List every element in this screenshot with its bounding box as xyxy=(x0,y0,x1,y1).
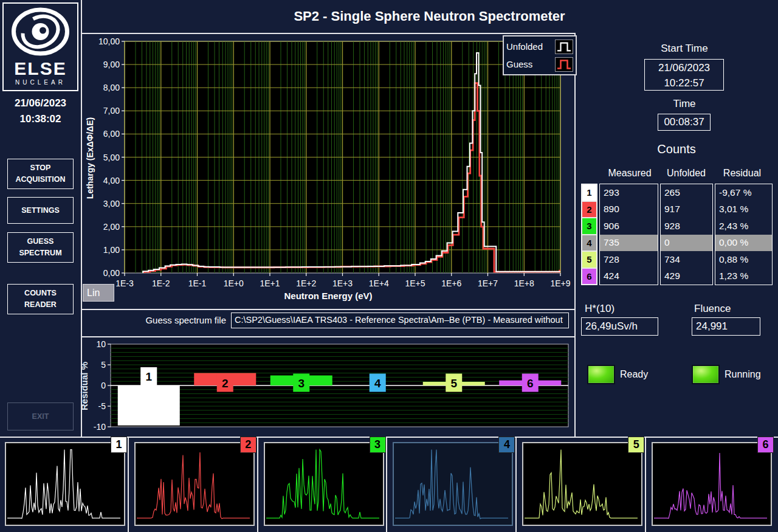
thumbnail-separator xyxy=(515,438,517,532)
exit-button[interactable]: EXIT xyxy=(7,402,74,430)
hstar-label: H*(10) xyxy=(585,303,645,315)
x-tick-label: 1E+8 xyxy=(514,278,534,288)
thumbnail-separator xyxy=(128,438,129,532)
y-tick-label: 9,00 xyxy=(103,60,120,69)
counts-reader-button[interactable]: COUNTS READER xyxy=(7,284,74,314)
counts-cell-unfolded-3[interactable]: 928 xyxy=(661,218,712,235)
residual-bar-4: 4 xyxy=(370,374,386,392)
counts-cell-unfolded-5[interactable]: 734 xyxy=(661,251,712,268)
x-tick-label: 1E+3 xyxy=(332,278,353,288)
x-tick-label: 1E+4 xyxy=(369,278,389,288)
channel-swatch-5: 5 xyxy=(582,252,596,268)
thumbnail-separator xyxy=(386,438,387,532)
x-tick-label: 1E+2 xyxy=(296,278,316,288)
thumbnail-plot-6 xyxy=(653,443,768,522)
channel-thumbnail-6[interactable]: 6 xyxy=(652,442,772,526)
counts-cell-measured-4[interactable]: 735 xyxy=(600,235,658,252)
spectrum-x-axis-label: Neutron Energy (eV) xyxy=(207,291,450,301)
x-tick-label: 1E-1 xyxy=(188,278,207,288)
residual-y-tick-label: -10 xyxy=(94,422,106,432)
thumbnail-badge-6: 6 xyxy=(757,437,774,453)
residual-y-tick-label: 10 xyxy=(96,339,106,349)
counts-cell-residual-2[interactable]: 3,01 % xyxy=(715,201,772,218)
unfolded-step-icon xyxy=(555,40,573,54)
logo-emblem-icon xyxy=(4,4,77,57)
thumbnail-plot-2 xyxy=(136,443,251,522)
hstar-value: 26,49uSv/h xyxy=(581,317,658,336)
channel-swatch-6: 6 xyxy=(582,269,596,285)
legend-label-unfolded: Unfolded xyxy=(506,41,543,52)
counts-cell-measured-2[interactable]: 890 xyxy=(600,201,658,218)
guess-file-label: Guess spectrum file xyxy=(91,315,226,325)
y-tick-label: 7,00 xyxy=(103,106,120,116)
x-tick-label: 1E+0 xyxy=(224,278,244,288)
divider-chart-bottom xyxy=(82,309,574,310)
thumbnail-plot-3 xyxy=(265,443,380,522)
y-tick-label: 6,00 xyxy=(103,129,120,139)
residual-y-axis-label: Residual % xyxy=(44,380,123,392)
counts-cell-unfolded-6[interactable]: 429 xyxy=(661,268,712,285)
plot-legend: Unfolded Guess xyxy=(503,35,577,75)
start-time-display: 21/06/2023 10:22:57 xyxy=(644,59,724,91)
residual-bar-label: 1 xyxy=(145,370,152,383)
residual-bar-label: 4 xyxy=(374,377,381,390)
legend-item-guess[interactable]: Guess xyxy=(506,55,573,73)
counts-cell-measured-5[interactable]: 728 xyxy=(600,251,658,268)
x-tick-label: 1E+6 xyxy=(441,278,461,288)
thumbnail-separator xyxy=(645,438,646,532)
channel-thumbnail-1[interactable]: 1 xyxy=(5,442,125,526)
counts-cell-residual-6[interactable]: 1,23 % xyxy=(715,268,772,285)
start-time-label: Start Time xyxy=(638,43,731,55)
thumbnail-plot-5 xyxy=(523,443,639,522)
y-tick-label: 4,00 xyxy=(103,176,120,185)
guess-file-path-field[interactable]: C:\SP2\Guess\IAEA TRS403 - Reference Spe… xyxy=(231,313,569,328)
channel-thumbnail-4[interactable]: 4 xyxy=(393,442,513,526)
x-tick-label: 1E-3 xyxy=(115,278,134,288)
counts-cell-measured-6[interactable]: 424 xyxy=(600,268,658,285)
guess-spectrum-button[interactable]: GUESS SPECTRUM xyxy=(7,232,74,263)
thumbnail-badge-1: 1 xyxy=(111,437,127,453)
channel-swatch-3: 3 xyxy=(582,218,596,234)
counts-cell-residual-4[interactable]: 0,00 % xyxy=(715,235,772,252)
channel-thumbnail-2[interactable]: 2 xyxy=(134,442,255,526)
counts-cell-measured-3[interactable]: 906 xyxy=(600,218,658,235)
start-time-date: 21/06/2023 xyxy=(645,60,723,75)
logo-subtext: NUCLEAR xyxy=(4,79,77,86)
counts-cell-residual-1[interactable]: -9,67 % xyxy=(715,184,772,201)
counts-cell-measured-1[interactable]: 293 xyxy=(600,184,658,201)
counts-cell-unfolded-1[interactable]: 265 xyxy=(661,184,712,201)
residual-bar-label: 5 xyxy=(450,377,457,390)
legend-label-guess: Guess xyxy=(506,59,532,69)
x-tick-label: 1E-2 xyxy=(152,278,170,288)
thumbnail-badge-4: 4 xyxy=(498,437,515,453)
residual-bar-label: 6 xyxy=(527,377,534,390)
start-time-clock: 10:22:57 xyxy=(645,75,723,91)
thumbnail-plot-4 xyxy=(394,443,509,522)
ready-led-indicator xyxy=(587,365,615,384)
channel-thumbnails-strip: 123456 xyxy=(0,438,778,532)
lin-scale-toggle[interactable]: Lin xyxy=(83,284,114,302)
logo-text: ELSE xyxy=(4,58,77,79)
settings-button[interactable]: SETTINGS xyxy=(7,197,74,224)
residual-y-tick-label: -5 xyxy=(98,401,106,411)
column-header-residual: Residual xyxy=(709,168,776,179)
channel-thumbnail-3[interactable]: 3 xyxy=(264,442,384,526)
company-logo: ELSE NUCLEAR xyxy=(2,2,78,91)
fluence-label: Fluence xyxy=(694,303,755,315)
channel-swatch-1: 1 xyxy=(582,185,596,201)
channel-swatch-2: 2 xyxy=(582,202,596,218)
channel-thumbnail-5[interactable]: 5 xyxy=(522,442,642,526)
unfolded-column: 2659179280734429 xyxy=(660,184,713,285)
running-led-indicator xyxy=(692,365,720,384)
measured-column: 293890906735728424 xyxy=(599,184,658,285)
counts-cell-residual-5[interactable]: 0,88 % xyxy=(715,251,772,268)
spectrum-chart-panel: 10,009,008,007,006,005,004,003,002,001,0… xyxy=(82,34,574,309)
spectrum-y-axis-label: Lethargy (ExΔΦ/ΔE) xyxy=(17,152,163,164)
x-tick-label: 1E+7 xyxy=(478,278,498,288)
thumbnail-plot-1 xyxy=(6,443,122,522)
y-tick-label: 2,00 xyxy=(103,222,120,232)
counts-cell-residual-3[interactable]: 2,43 % xyxy=(715,218,772,235)
counts-cell-unfolded-2[interactable]: 917 xyxy=(661,201,712,218)
legend-item-unfolded[interactable]: Unfolded xyxy=(506,38,573,55)
counts-cell-unfolded-4[interactable]: 0 xyxy=(661,235,712,252)
